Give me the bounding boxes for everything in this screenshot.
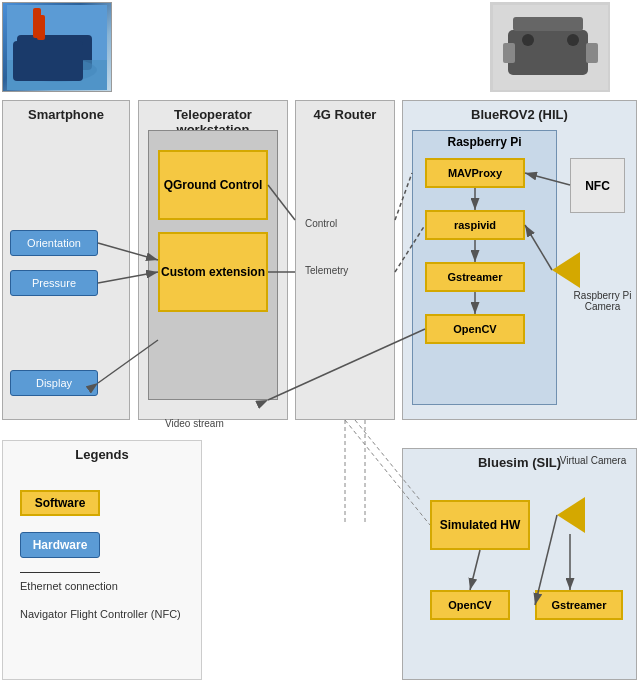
legends-title: Legends — [3, 441, 201, 466]
svg-rect-9 — [586, 43, 598, 63]
telemetry-label: Telemetry — [305, 265, 348, 276]
smartphone-title: Smartphone — [3, 101, 129, 126]
svg-rect-1 — [17, 35, 92, 70]
raspi-camera-label: Raspberry Pi Camera — [570, 290, 635, 312]
display-button[interactable]: Display — [10, 370, 98, 396]
router-section: 4G Router — [295, 100, 395, 420]
ethernet-line — [20, 572, 100, 573]
gstreamer2-box: Gstreamer — [535, 590, 623, 620]
svg-rect-2 — [37, 15, 45, 40]
raspi-camera-icon — [552, 252, 580, 288]
control-label: Control — [305, 218, 337, 229]
svg-rect-7 — [513, 17, 583, 31]
legend-hardware-box: Hardware — [20, 532, 100, 558]
simhw-box: Simulated HW — [430, 500, 530, 550]
raspivid-box: raspivid — [425, 210, 525, 240]
orientation-button[interactable]: Orientation — [10, 230, 98, 256]
bluerov-title: BlueROV2 (HIL) — [403, 101, 636, 126]
svg-rect-4 — [7, 60, 107, 90]
bluerov-image — [490, 2, 610, 92]
video-stream-label: Video stream — [165, 418, 224, 429]
svg-rect-8 — [503, 43, 515, 63]
legend-software-box: Software — [20, 490, 100, 516]
gstreamer-box: Gstreamer — [425, 262, 525, 292]
rov-water-image — [2, 2, 112, 92]
nfc-box: NFC — [570, 158, 625, 213]
opencv2-box: OpenCV — [430, 590, 510, 620]
legends-section: Legends — [2, 440, 202, 680]
raspi-title: Raspberry Pi — [413, 131, 556, 153]
virtual-camera-icon — [557, 497, 585, 533]
pressure-button[interactable]: Pressure — [10, 270, 98, 296]
opencv-box: OpenCV — [425, 314, 525, 344]
svg-point-10 — [522, 34, 534, 46]
diagram-container: Smartphone Orientation Pressure Display … — [0, 0, 640, 688]
ethernet-label: Ethernet connection — [20, 580, 118, 592]
virtual-camera-label: Virtual Camera — [558, 455, 628, 466]
mavproxy-box: MAVProxy — [425, 158, 525, 188]
svg-point-11 — [567, 34, 579, 46]
custom-extension-box: Custom extension — [158, 232, 268, 312]
nfc-description-label: Navigator Flight Controller (NFC) — [20, 608, 190, 620]
router-title: 4G Router — [296, 101, 394, 126]
qground-box: QGround Control — [158, 150, 268, 220]
bluesim-section: Bluesim (SIL) — [402, 448, 637, 680]
